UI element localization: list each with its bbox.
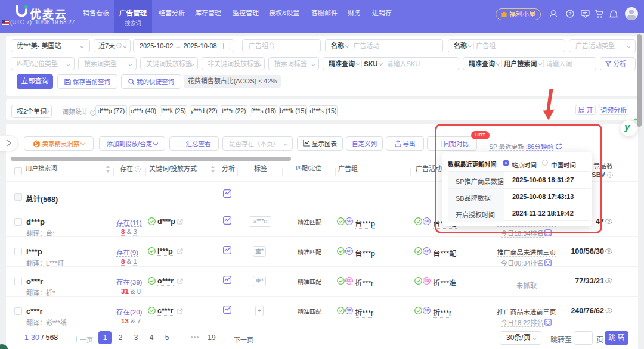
svg-text:?: ?	[568, 11, 571, 17]
